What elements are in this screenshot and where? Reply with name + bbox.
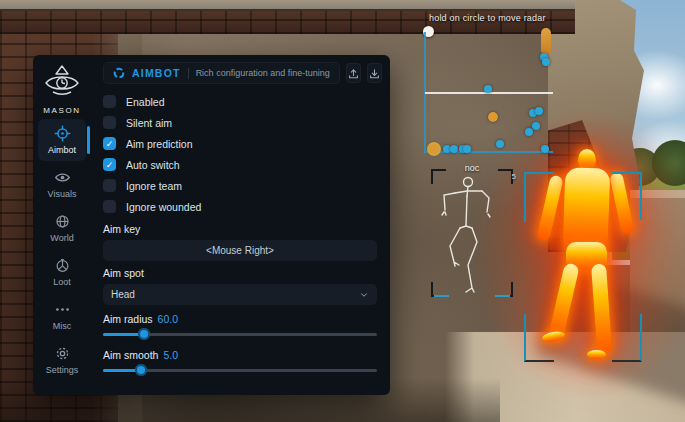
option-label: Enabled: [126, 96, 165, 108]
slider-thumb[interactable]: [138, 328, 150, 340]
checkbox-aim-prediction[interactable]: [103, 137, 116, 150]
options-list: Enabled Silent aim Aim prediction Auto s…: [103, 91, 377, 217]
checkbox-ignore-team[interactable]: [103, 179, 116, 192]
option-enabled[interactable]: Enabled: [103, 91, 377, 112]
page-title: AIMBOT: [132, 67, 181, 79]
player-right-leg: [591, 263, 612, 354]
radar-hint-text: hold on circle to move radar: [429, 13, 546, 23]
option-ignore-wounded[interactable]: Ignore wounded: [103, 196, 377, 217]
radar-dot-blue: [532, 122, 540, 130]
concrete-cap: [0, 0, 575, 11]
gear-icon: [54, 345, 71, 362]
panel-header: AIMBOT Rich configuration and fine-tunin…: [103, 62, 377, 84]
option-label: Aim prediction: [126, 138, 193, 150]
radar-dot-orange: [429, 144, 439, 154]
radar-dot-blue: [484, 85, 492, 93]
player-right-foot: [587, 350, 606, 359]
option-label: Auto switch: [126, 159, 180, 171]
sidebar-item-loot[interactable]: Loot: [38, 251, 86, 293]
radar-dot-blue: [542, 58, 550, 66]
checkbox-ignore-wounded[interactable]: [103, 200, 116, 213]
sidebar-nav: Aimbot Visuals World: [33, 119, 91, 381]
checkbox-auto-switch[interactable]: [103, 158, 116, 171]
sidebar-item-label: Misc: [53, 321, 72, 331]
aim-radius-slider[interactable]: [103, 328, 377, 341]
ring-icon: [113, 67, 125, 79]
mason-eye-icon: [42, 64, 82, 100]
sidebar-item-settings[interactable]: Settings: [38, 339, 86, 381]
radar-orange-marker: [541, 28, 551, 55]
aim-smooth-row: Aim smooth 5.0: [103, 349, 377, 361]
aim-spot-select[interactable]: Head: [103, 284, 377, 305]
sidebar-item-label: Loot: [53, 277, 71, 287]
dots-icon: [54, 301, 71, 318]
aim-radius-value: 60.0: [158, 313, 178, 325]
radar-dot-orange: [488, 112, 498, 122]
aim-radius-row: Aim radius 60.0: [103, 313, 377, 325]
panel-content: AIMBOT Rich configuration and fine-tunin…: [91, 55, 390, 395]
crosshair-icon: [54, 125, 71, 142]
option-silent-aim[interactable]: Silent aim: [103, 112, 377, 133]
loot-icon: [54, 257, 71, 274]
esp-box-corner-bottom-left: [524, 314, 554, 362]
sidebar-item-label: Aimbot: [48, 145, 76, 155]
sidebar-item-world[interactable]: World: [38, 207, 86, 249]
radar-dot-blue: [535, 107, 543, 115]
sidebar-item-misc[interactable]: Misc: [38, 295, 86, 337]
esp-box-corner-top-right: [612, 172, 642, 220]
esp-box-corner-top-left: [524, 172, 554, 222]
option-aim-prediction[interactable]: Aim prediction: [103, 133, 377, 154]
aim-key-label: Aim key: [103, 223, 377, 235]
skeleton-bones: [431, 169, 513, 297]
aim-smooth-value: 5.0: [163, 349, 178, 361]
download-icon: [368, 67, 381, 80]
sidebar-item-aimbot[interactable]: Aimbot: [38, 119, 86, 161]
radar[interactable]: [422, 26, 555, 154]
player-torso: [563, 167, 611, 249]
option-auto-switch[interactable]: Auto switch: [103, 154, 377, 175]
aim-key-binding-button[interactable]: <Mouse Right>: [103, 240, 377, 261]
checkbox-enabled[interactable]: [103, 95, 116, 108]
checkbox-silent-aim[interactable]: [103, 116, 116, 129]
skeleton-esp-box: noc 5: [431, 169, 513, 297]
upload-icon: [347, 67, 360, 80]
radar-dot-blue: [450, 145, 458, 153]
brand-logo: MASON: [33, 64, 91, 115]
radar-dot-blue: [463, 145, 471, 153]
radar-dot-blue: [525, 128, 533, 136]
export-config-button[interactable]: [367, 63, 382, 83]
brand-name: MASON: [33, 106, 91, 115]
slider-thumb[interactable]: [135, 364, 147, 376]
sidebar-item-label: Visuals: [48, 189, 77, 199]
import-config-button[interactable]: [346, 63, 361, 83]
sidebar-item-label: World: [50, 233, 73, 243]
option-ignore-team[interactable]: Ignore team: [103, 175, 377, 196]
sidebar-item-visuals[interactable]: Visuals: [38, 163, 86, 205]
sidebar-item-label: Settings: [46, 365, 79, 375]
aim-spot-label: Aim spot: [103, 267, 377, 279]
option-label: Ignore team: [126, 180, 182, 192]
radar-dot-blue: [496, 140, 504, 148]
aim-smooth-label: Aim smooth: [103, 349, 158, 361]
esp-box-corner-bottom-right: [612, 314, 642, 362]
chevron-down-icon: [359, 290, 369, 300]
game-screen: hold on circle to move radar noc 5: [0, 0, 685, 422]
cheat-menu-panel: MASON Aimbot Visuals: [33, 55, 390, 395]
option-label: Ignore wounded: [126, 201, 201, 213]
page-subtitle: Rich configuration and fine-tuning: [196, 68, 330, 78]
aim-spot-value: Head: [111, 289, 135, 300]
panel-header-box: AIMBOT Rich configuration and fine-tunin…: [103, 62, 340, 84]
aim-smooth-slider[interactable]: [103, 364, 377, 377]
option-label: Silent aim: [126, 117, 172, 129]
sidebar: MASON Aimbot Visuals: [33, 55, 91, 395]
eye-icon: [54, 169, 71, 186]
globe-icon: [54, 213, 71, 230]
header-divider: [188, 68, 189, 79]
aim-radius-label: Aim radius: [103, 313, 153, 325]
radar-dot-blue: [541, 145, 549, 153]
